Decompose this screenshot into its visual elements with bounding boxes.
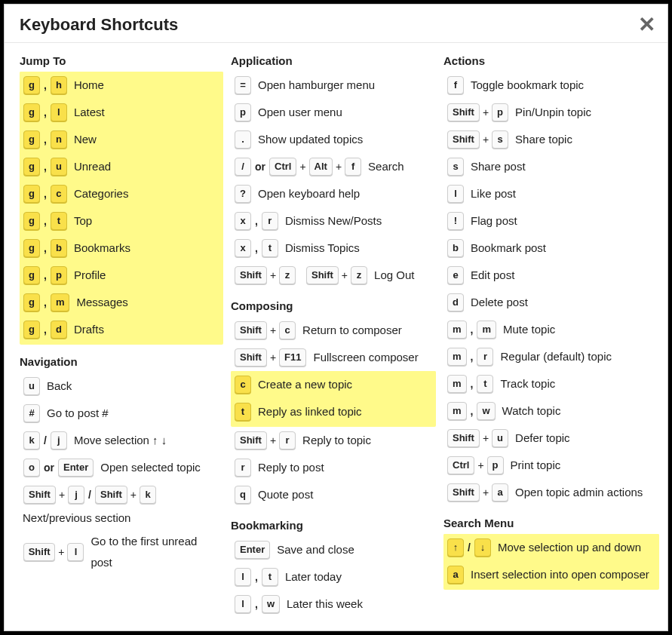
bm-later-week: l,wLater this week — [231, 591, 436, 618]
dialog-scroll-area[interactable]: Jump To g,hHome g,lLatest g,nNew g,uUnre… — [5, 45, 667, 630]
section-title-search-menu: Search Menu — [443, 517, 659, 529]
app-hamburger: =Open hamburger menu — [231, 72, 436, 99]
act-delete-post: dDelete post — [443, 289, 659, 316]
act-print-topic: Ctrl+pPrint topic — [443, 452, 659, 479]
dialog-title: Keyboard Shortcuts — [20, 15, 652, 35]
app-dismiss-topics: x,tDismiss Topics — [231, 235, 436, 262]
column-application-composing: Application =Open hamburger menu pOpen u… — [231, 54, 436, 618]
section-title-bookmarking: Bookmarking — [231, 519, 436, 532]
jump-to-drafts: g,dDrafts — [20, 316, 223, 343]
column-actions-search: Actions fToggle bookmark topic Shift+pPi… — [443, 54, 659, 590]
compose-highlight-block: cCreate a new topic tReply as linked top… — [231, 371, 436, 427]
act-flag-post: !Flag post — [443, 207, 659, 235]
jump-to-new: g,nNew — [20, 126, 223, 153]
app-search: /orCtrl+Alt+fSearch — [231, 153, 436, 180]
column-jump-navigation: Jump To g,hHome g,lLatest g,nNew g,uUnre… — [20, 54, 223, 576]
act-toggle-bookmark: fToggle bookmark topic — [443, 72, 659, 99]
search-move-selection: ↑/↓Move selection up and down — [443, 534, 659, 561]
search-menu-block: ↑/↓Move selection up and down aInsert se… — [443, 534, 659, 590]
nav-open-selected: oorEnterOpen selected topic — [20, 454, 223, 481]
act-mute-topic: m,mMute topic — [443, 316, 659, 343]
app-user-menu: pOpen user menu — [231, 99, 436, 126]
nav-go-to-post: #Go to post # — [20, 400, 223, 427]
act-share-topic: Shift+sShare topic — [443, 126, 659, 153]
nav-next-prev-section-keys: Shift+j/Shift+k — [20, 481, 223, 508]
act-track-topic: m,tTrack topic — [443, 370, 659, 397]
nav-move-selection: k/jMove selection ↑ ↓ — [20, 427, 223, 454]
act-admin-actions: Shift+aOpen topic admin actions — [443, 479, 659, 506]
nav-back: uBack — [20, 373, 223, 400]
compose-reply-linked: tReply as linked topic — [231, 398, 436, 425]
jump-to-top: g,tTop — [20, 207, 223, 235]
jump-to-unread: g,uUnread — [20, 153, 223, 180]
compose-create-topic: cCreate a new topic — [231, 371, 436, 398]
keyboard-shortcuts-dialog: Keyboard Shortcuts ✕ Jump To g,hHome g,l… — [4, 4, 668, 631]
compose-reply-post: rReply to post — [231, 454, 436, 481]
act-defer-topic: Shift+uDefer topic — [443, 425, 659, 452]
search-insert-composer: aInsert selection into open composer — [443, 561, 659, 588]
jump-to-messages: g,mMessages — [20, 289, 223, 316]
bm-later-today: l,tLater today — [231, 563, 436, 591]
act-regular-topic: m,rRegular (default) topic — [443, 343, 659, 370]
compose-return: Shift+cReturn to composer — [231, 317, 436, 344]
app-logout: Shift+z Shift+zLog Out — [231, 262, 436, 289]
close-icon[interactable]: ✕ — [638, 12, 655, 37]
act-watch-topic: m,wWatch topic — [443, 397, 659, 425]
nav-next-prev-section-desc: Next/previous section — [20, 508, 223, 528]
act-like-post: lLike post — [443, 180, 659, 207]
act-pin-unpin: Shift+pPin/Unpin topic — [443, 99, 659, 126]
jump-to-categories: g,cCategories — [20, 180, 223, 207]
jump-to-home: g,hHome — [20, 72, 223, 99]
section-title-application: Application — [231, 54, 436, 67]
section-title-composing: Composing — [231, 299, 436, 312]
app-updated-topics: .Show updated topics — [231, 126, 436, 153]
compose-fullscreen: Shift+F11Fullscreen composer — [231, 344, 436, 371]
section-title-navigation: Navigation — [20, 355, 223, 368]
act-edit-post: eEdit post — [443, 262, 659, 289]
jump-to-bookmarks: g,bBookmarks — [20, 235, 223, 262]
compose-reply-topic: Shift+rReply to topic — [231, 427, 436, 454]
act-bookmark-post: bBookmark post — [443, 235, 659, 262]
app-keyboard-help: ?Open keyboard help — [231, 180, 436, 207]
section-title-actions: Actions — [443, 54, 659, 67]
dialog-header: Keyboard Shortcuts — [5, 5, 667, 43]
nav-first-unread: Shift+lGo to the first unread post — [20, 528, 223, 576]
jump-to-profile: g,pProfile — [20, 262, 223, 289]
section-title-jump-to: Jump To — [20, 54, 223, 67]
app-dismiss-new: x,rDismiss New/Posts — [231, 207, 436, 235]
jump-to-latest: g,lLatest — [20, 99, 223, 126]
jump-to-block: g,hHome g,lLatest g,nNew g,uUnread g,cCa… — [20, 72, 223, 345]
compose-quote-post: qQuote post — [231, 481, 436, 508]
bm-save-close: EnterSave and close — [231, 536, 436, 563]
act-share-post: sShare post — [443, 153, 659, 180]
